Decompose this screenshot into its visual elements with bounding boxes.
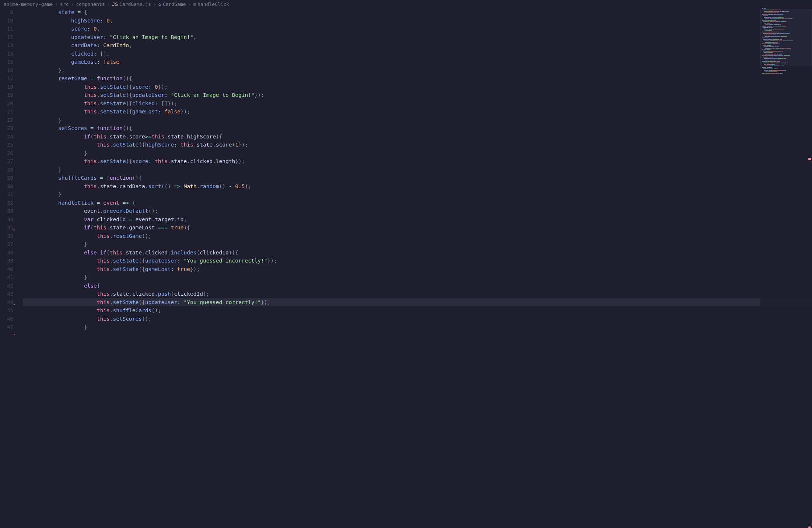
line-number[interactable]: 20 [0,99,13,108]
line-number[interactable]: 29 [0,174,13,182]
line-number[interactable]: 24 [0,133,13,141]
line-number[interactable]: 37 [0,240,13,249]
line-number[interactable]: 33 [0,207,13,215]
line-number[interactable]: 32 [0,199,13,207]
line-number[interactable]: 26 [0,149,13,158]
line-number[interactable]: 17 [0,74,13,83]
line-number[interactable]: 13 [0,41,13,50]
line-number[interactable]: 43 [0,290,13,298]
chevron-right-icon: › [107,1,110,7]
line-number[interactable]: 41 [0,273,13,282]
code-line[interactable]: }; [23,66,812,75]
line-number[interactable]: 30 [0,182,13,191]
line-number[interactable]: 35 [0,223,13,232]
code-line[interactable]: this.shuffleCards(); [23,306,812,315]
code-line[interactable]: resetGame = function(){ [23,74,812,83]
code-line[interactable]: } [23,149,812,158]
code-line[interactable]: else if(this.state.clicked.includes(clic… [23,249,812,257]
code-line[interactable]: else{ [23,282,812,290]
code-line[interactable]: handleClick = event => { [23,199,812,207]
code-line[interactable]: this.setState({updateUser: "You guessed … [23,298,812,307]
breadcrumb[interactable]: anime-memory-game › src › components › J… [0,0,812,8]
code-line[interactable]: cardData: CardInfo, [23,41,812,50]
scroll-marker [808,527,811,528]
code-line[interactable]: this.setScores(); [23,315,812,323]
line-number[interactable]: 28 [0,166,13,174]
minimap-line [760,71,812,73]
code-line[interactable]: score: 0, [23,25,812,33]
code-line[interactable]: this.setState({highScore: this.state.sco… [23,141,812,149]
gutter-marker-icon: ▸ [13,300,15,309]
line-number[interactable]: 10 [0,17,13,25]
code-line[interactable]: shuffleCards = function(){ [23,174,812,182]
code-line[interactable]: } [23,323,812,331]
breadcrumb-src[interactable]: src [60,1,69,7]
line-number[interactable]: 21 [0,108,13,116]
gutter-marker-icon: ▸ [13,226,15,234]
code-line[interactable]: this.setState({gameLost: true}); [23,265,812,274]
line-number[interactable]: 44 [0,298,13,307]
line-number[interactable]: 47 [0,323,13,331]
code-line[interactable]: this.setState({updateUser: "Click an Ima… [23,91,812,99]
code-line[interactable]: } [23,240,812,249]
code-line[interactable]: } [23,116,812,124]
code-line[interactable]: this.resetGame(); [23,232,812,240]
code-line[interactable]: } [23,273,812,282]
code-editor[interactable]: 9101112131415161718192021222324252627282… [0,8,812,528]
js-file-icon: JS [112,1,118,7]
line-number[interactable]: 42 [0,282,13,290]
line-number[interactable]: 9 [0,8,13,17]
code-line[interactable]: this.setState({updateUser: "You guessed … [23,257,812,265]
chevron-right-icon: › [71,1,74,7]
code-line[interactable]: highScore: 0, [23,17,812,25]
code-line[interactable]: state = { [23,8,812,17]
breadcrumb-components[interactable]: components [76,1,105,7]
code-line[interactable]: this.setState({score: this.state.clicked… [23,157,812,166]
line-number[interactable]: 31 [0,190,13,199]
chevron-right-icon: › [188,1,191,7]
breadcrumb-project[interactable]: anime-memory-game [4,1,53,7]
line-number[interactable]: 14 [0,50,13,58]
gutter-marker-icon: ▸ [13,331,15,339]
line-number[interactable]: 15 [0,58,13,66]
gutter[interactable]: 9101112131415161718192021222324252627282… [0,8,23,528]
breadcrumb-class[interactable]: CardGame [163,1,186,7]
line-number[interactable]: 16 [0,66,13,75]
line-number[interactable]: 11 [0,25,13,33]
code-line[interactable]: if(this.state.score>=this.state.highScor… [23,133,812,141]
line-number[interactable]: 39 [0,257,13,265]
line-number[interactable]: 40 [0,265,13,274]
code-line[interactable]: gameLost: false [23,58,812,66]
code-line[interactable]: setScores = function(){ [23,124,812,133]
line-number[interactable]: 12 [0,33,13,42]
code-line[interactable]: this.state.cardData.sort(() => Math.rand… [23,182,812,191]
breadcrumb-file[interactable]: CardGame.js [119,1,151,7]
line-number[interactable]: 18 [0,83,13,91]
code-line[interactable]: this.state.clicked.push(clickedId); [23,290,812,298]
line-number[interactable]: 34 [0,215,13,224]
breadcrumb-method[interactable]: handleClick [197,1,229,7]
line-number[interactable]: 27 [0,157,13,166]
code-line[interactable]: event.preventDefault(); [23,207,812,215]
line-number[interactable]: 25 [0,141,13,149]
code-area[interactable]: state = { highScore: 0, score: 0, update… [23,8,812,528]
line-number[interactable]: 19 [0,91,13,99]
minimap[interactable] [760,8,812,528]
line-number[interactable]: 22 [0,116,13,124]
line-number[interactable]: 36 [0,232,13,240]
code-line[interactable]: } [23,190,812,199]
code-line[interactable]: this.setState({clicked: []}); [23,99,812,108]
code-line[interactable]: clicked: [], [23,50,812,58]
code-line[interactable]: var clickedId = event.target.id; [23,215,812,224]
line-number[interactable]: 38 [0,249,13,257]
line-number[interactable]: 23 [0,124,13,133]
code-line[interactable]: this.setState({gameLost: false}); [23,108,812,116]
line-number[interactable]: 46 [0,315,13,323]
chevron-right-icon: › [153,1,156,7]
code-line[interactable]: } [23,166,812,174]
class-icon: ◇ [158,1,161,7]
code-line[interactable]: updateUser: "Click an Image to Begin!", [23,33,812,42]
line-number[interactable]: 45 [0,306,13,315]
code-line[interactable]: this.setState({score: 0}); [23,83,812,91]
code-line[interactable]: if(this.state.gameLost === true){ [23,223,812,232]
